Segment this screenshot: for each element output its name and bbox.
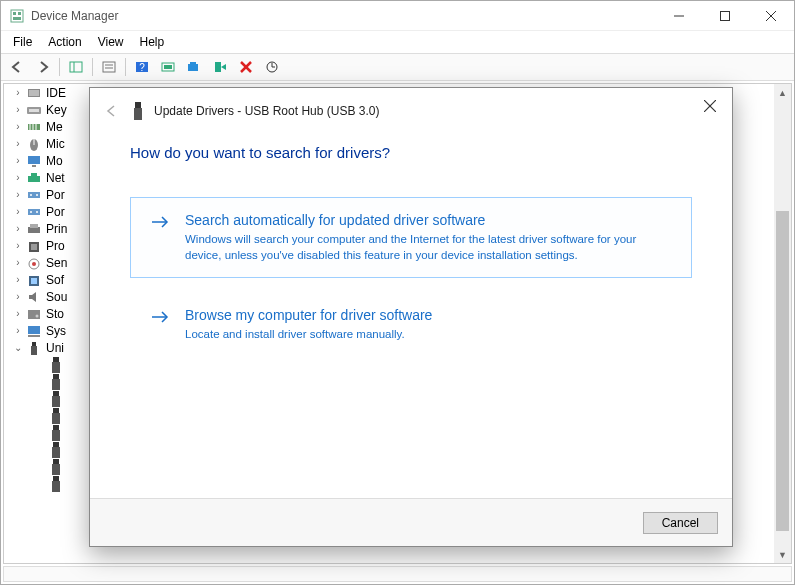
- expand-icon[interactable]: ›: [12, 155, 24, 167]
- expand-icon[interactable]: ›: [12, 240, 24, 252]
- expand-icon[interactable]: ›: [12, 138, 24, 150]
- expand-icon[interactable]: ›: [12, 172, 24, 184]
- svg-rect-68: [52, 447, 60, 458]
- device-category-icon: [26, 306, 42, 322]
- status-bar: [3, 566, 792, 582]
- expand-icon[interactable]: ›: [12, 308, 24, 320]
- dialog-back-button[interactable]: [100, 99, 124, 123]
- usb-device-icon: [48, 442, 64, 458]
- usb-device-icon: [48, 425, 64, 441]
- svg-rect-66: [52, 430, 60, 441]
- expand-icon[interactable]: ›: [12, 206, 24, 218]
- svg-rect-74: [134, 108, 142, 120]
- svg-rect-59: [53, 374, 59, 379]
- menu-help[interactable]: Help: [132, 33, 173, 51]
- svg-rect-60: [52, 379, 60, 390]
- svg-rect-10: [103, 62, 115, 72]
- tree-item-label: Key: [46, 103, 67, 117]
- dialog-title: Update Drivers - USB Root Hub (USB 3.0): [154, 104, 379, 118]
- enable-device-button[interactable]: [208, 56, 232, 78]
- menu-action[interactable]: Action: [40, 33, 89, 51]
- tree-item-label: Net: [46, 171, 65, 185]
- svg-rect-3: [13, 17, 21, 20]
- device-category-icon: [26, 204, 42, 220]
- expand-icon[interactable]: ›: [12, 223, 24, 235]
- svg-rect-55: [32, 342, 36, 346]
- menu-file[interactable]: File: [5, 33, 40, 51]
- device-category-icon: [26, 340, 42, 356]
- maximize-button[interactable]: [702, 1, 748, 31]
- usb-hub-icon: [132, 102, 146, 120]
- option-description: Locate and install driver software manua…: [185, 327, 432, 343]
- expand-icon[interactable]: ›: [12, 189, 24, 201]
- expand-icon[interactable]: ›: [12, 104, 24, 116]
- svg-rect-24: [29, 90, 39, 96]
- svg-rect-34: [32, 165, 36, 167]
- expand-icon[interactable]: ⌄: [12, 342, 24, 354]
- device-category-icon: [26, 170, 42, 186]
- svg-rect-0: [11, 10, 23, 22]
- back-button[interactable]: [5, 56, 29, 78]
- expand-icon[interactable]: ›: [12, 291, 24, 303]
- dialog-close-button[interactable]: [696, 94, 724, 118]
- option-browse-computer[interactable]: Browse my computer for driver software L…: [130, 292, 692, 358]
- menu-view[interactable]: View: [90, 33, 132, 51]
- svg-rect-67: [53, 442, 59, 447]
- expand-icon[interactable]: ›: [12, 87, 24, 99]
- minimize-button[interactable]: [656, 1, 702, 31]
- usb-device-icon: [48, 391, 64, 407]
- scroll-up-arrow[interactable]: ▲: [774, 84, 791, 101]
- tree-item-label: Sou: [46, 290, 67, 304]
- uninstall-device-button[interactable]: [234, 56, 258, 78]
- svg-rect-65: [53, 425, 59, 430]
- svg-rect-19: [215, 62, 221, 72]
- vertical-scrollbar[interactable]: ▲ ▼: [774, 84, 791, 563]
- arrow-right-icon: [149, 307, 171, 329]
- tree-item-label: IDE: [46, 86, 66, 100]
- usb-device-icon: [48, 357, 64, 373]
- svg-rect-62: [52, 396, 60, 407]
- svg-rect-36: [31, 173, 37, 176]
- close-button[interactable]: [748, 1, 794, 31]
- cancel-button[interactable]: Cancel: [643, 512, 718, 534]
- device-category-icon: [26, 238, 42, 254]
- svg-rect-72: [52, 481, 60, 492]
- help-button[interactable]: ?: [130, 56, 154, 78]
- svg-point-38: [30, 194, 32, 196]
- svg-rect-17: [188, 64, 198, 71]
- expand-icon[interactable]: ›: [12, 257, 24, 269]
- update-driver-button[interactable]: [182, 56, 206, 78]
- toolbar: ?: [1, 53, 794, 81]
- tree-item-label: Mo: [46, 154, 63, 168]
- option-search-automatically[interactable]: Search automatically for updated driver …: [130, 197, 692, 278]
- device-category-icon: [26, 119, 42, 135]
- svg-rect-46: [31, 244, 37, 250]
- scroll-thumb[interactable]: [776, 211, 789, 531]
- scroll-down-arrow[interactable]: ▼: [774, 546, 791, 563]
- menu-bar: File Action View Help: [1, 31, 794, 53]
- tree-item-label: Pro: [46, 239, 65, 253]
- usb-device-icon: [48, 476, 64, 492]
- svg-rect-26: [29, 109, 39, 112]
- arrow-right-icon: [149, 212, 171, 234]
- expand-icon[interactable]: ›: [12, 274, 24, 286]
- svg-rect-71: [53, 476, 59, 481]
- svg-rect-1: [13, 12, 16, 15]
- scan-hardware-button[interactable]: [156, 56, 180, 78]
- app-icon: [9, 8, 25, 24]
- expand-icon[interactable]: ›: [12, 121, 24, 133]
- tree-item-label: Mic: [46, 137, 65, 151]
- properties-button[interactable]: [97, 56, 121, 78]
- device-category-icon: [26, 153, 42, 169]
- forward-button[interactable]: [31, 56, 55, 78]
- svg-rect-56: [31, 346, 37, 355]
- svg-point-42: [36, 211, 38, 213]
- usb-device-icon: [48, 459, 64, 475]
- scan-button[interactable]: [260, 56, 284, 78]
- svg-rect-44: [30, 224, 38, 228]
- tree-item-label: Prin: [46, 222, 67, 236]
- expand-icon[interactable]: ›: [12, 325, 24, 337]
- show-hide-tree-button[interactable]: [64, 56, 88, 78]
- svg-rect-73: [135, 102, 141, 108]
- device-category-icon: [26, 102, 42, 118]
